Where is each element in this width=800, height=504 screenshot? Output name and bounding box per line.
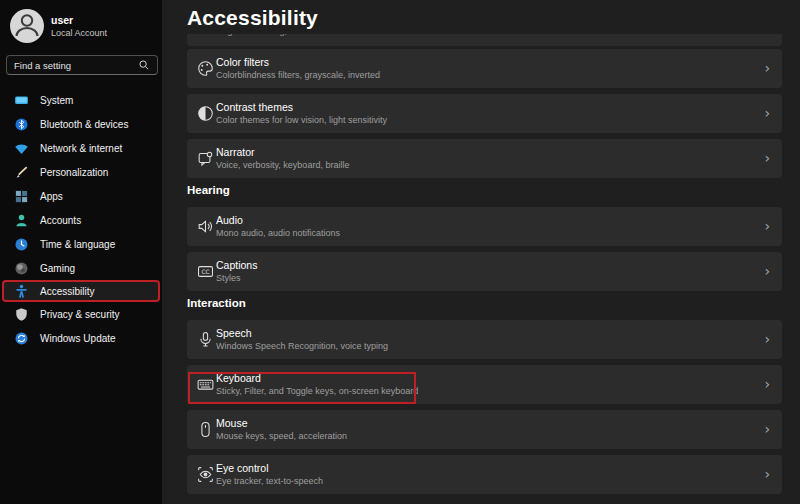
- setting-title: Audio: [216, 214, 243, 226]
- sidebar-item-label: Network & internet: [40, 143, 122, 154]
- setting-row-color-filters[interactable]: Color filtersColorblindness filters, gra…: [187, 49, 782, 88]
- setting-title: Captions: [216, 259, 257, 271]
- setting-title: Color filters: [216, 56, 269, 68]
- keyboard-icon: [196, 375, 215, 394]
- chevron-right-icon: ›: [764, 149, 770, 165]
- setting-title: Keyboard: [216, 372, 261, 384]
- system-icon: [14, 93, 29, 108]
- setting-title: Contrast themes: [216, 101, 293, 113]
- sidebar-nav: SystemBluetooth & devicesNetwork & inter…: [0, 88, 162, 350]
- setting-subtitle: Voice, verbosity, keyboard, braille: [216, 160, 349, 170]
- narrator-icon: [196, 149, 215, 168]
- mouse-icon: [196, 420, 215, 439]
- search-input[interactable]: Find a setting: [6, 55, 158, 75]
- bluetooth-icon: [14, 117, 29, 132]
- sidebar-item-label: System: [40, 95, 73, 106]
- sidebar-item-label: Accounts: [40, 215, 81, 226]
- settings-group: HearingAudioMono audio, audio notificati…: [162, 184, 800, 291]
- setting-subtitle: Colorblindness filters, grayscale, inver…: [216, 70, 380, 80]
- sidebar-item-gaming[interactable]: Gaming: [2, 256, 160, 280]
- chevron-right-icon: ›: [764, 59, 770, 75]
- speech-icon: [196, 330, 215, 349]
- sidebar-item-apps[interactable]: Apps: [2, 184, 160, 208]
- sidebar-item-accessibility[interactable]: Accessibility: [2, 280, 160, 302]
- section-header-hearing: Hearing: [187, 184, 782, 198]
- setting-row-contrast-themes[interactable]: Contrast themesColor themes for low visi…: [187, 94, 782, 133]
- gaming-icon: [14, 261, 29, 276]
- main-content: Accessibility Magnifier reading, zoom in…: [162, 0, 800, 504]
- sidebar-item-personalization[interactable]: Personalization: [2, 160, 160, 184]
- chevron-right-icon: ›: [764, 104, 770, 120]
- setting-subtitle: Mouse keys, speed, acceleration: [216, 431, 347, 441]
- svg-text:CC: CC: [201, 269, 209, 275]
- time-language-icon: [14, 237, 29, 252]
- chevron-right-icon: ›: [764, 262, 770, 278]
- chevron-right-icon: ›: [764, 217, 770, 233]
- chevron-right-icon: ›: [764, 375, 770, 391]
- sidebar-item-time-language[interactable]: Time & language: [2, 232, 160, 256]
- setting-title: Mouse: [216, 417, 248, 429]
- sidebar-item-system[interactable]: System: [2, 88, 160, 112]
- sidebar-item-accounts[interactable]: Accounts: [2, 208, 160, 232]
- clipped-row-subtitle: Magnifier reading, zoom increment: [215, 34, 354, 37]
- search-icon: [138, 59, 150, 71]
- settings-group: Color filtersColorblindness filters, gra…: [162, 49, 800, 178]
- setting-subtitle: Sticky, Filter, and Toggle keys, on-scre…: [216, 386, 418, 396]
- setting-row-captions[interactable]: CCCaptionsStyles›: [187, 252, 782, 291]
- settings-group: InteractionSpeechWindows Speech Recognit…: [162, 297, 800, 494]
- sidebar-item-label: Privacy & security: [40, 309, 119, 320]
- setting-title: Speech: [216, 327, 252, 339]
- chevron-right-icon: ›: [764, 330, 770, 346]
- section-header-interaction: Interaction: [187, 297, 782, 311]
- setting-subtitle: Styles: [216, 273, 241, 283]
- partially-scrolled-row[interactable]: Magnifier reading, zoom increment: [187, 34, 782, 46]
- windows-update-icon: [14, 331, 29, 346]
- setting-title: Narrator: [216, 146, 255, 158]
- sidebar-item-privacy-security[interactable]: Privacy & security: [2, 302, 160, 326]
- sidebar-item-label: Gaming: [40, 263, 75, 274]
- accessibility-icon: [14, 284, 29, 299]
- audio-icon: [196, 217, 215, 236]
- network-icon: [14, 141, 29, 156]
- sidebar-item-label: Accessibility: [40, 286, 94, 297]
- setting-subtitle: Eye tracker, text-to-speech: [216, 476, 323, 486]
- setting-row-audio[interactable]: AudioMono audio, audio notifications›: [187, 207, 782, 246]
- color-filters-icon: [196, 59, 215, 78]
- personalization-icon: [14, 165, 29, 180]
- setting-subtitle: Mono audio, audio notifications: [216, 228, 340, 238]
- sidebar-item-network-internet[interactable]: Network & internet: [2, 136, 160, 160]
- setting-subtitle: Color themes for low vision, light sensi…: [216, 115, 387, 125]
- user-profile[interactable]: user Local Account: [10, 9, 107, 43]
- chevron-right-icon: ›: [764, 420, 770, 436]
- sidebar-item-windows-update[interactable]: Windows Update: [2, 326, 160, 350]
- captions-icon: CC: [196, 262, 215, 281]
- setting-row-speech[interactable]: SpeechWindows Speech Recognition, voice …: [187, 320, 782, 359]
- sidebar-item-label: Time & language: [40, 239, 115, 250]
- sidebar-item-bluetooth-devices[interactable]: Bluetooth & devices: [2, 112, 160, 136]
- avatar: [10, 9, 44, 43]
- privacy-icon: [14, 307, 29, 322]
- contrast-themes-icon: [196, 104, 215, 123]
- setting-title: Eye control: [216, 462, 269, 474]
- setting-row-narrator[interactable]: NarratorVoice, verbosity, keyboard, brai…: [187, 139, 782, 178]
- eye-control-icon: [196, 465, 215, 484]
- sidebar-item-label: Bluetooth & devices: [40, 119, 128, 130]
- setting-row-eye-control[interactable]: Eye controlEye tracker, text-to-speech›: [187, 455, 782, 494]
- setting-row-keyboard[interactable]: KeyboardSticky, Filter, and Toggle keys,…: [187, 365, 782, 404]
- settings-window: user Local Account Find a setting System…: [0, 0, 800, 504]
- sidebar-item-label: Apps: [40, 191, 63, 202]
- user-name: user: [51, 14, 107, 27]
- sidebar: user Local Account Find a setting System…: [0, 0, 162, 504]
- account-type: Local Account: [51, 27, 107, 39]
- person-icon: [10, 9, 44, 43]
- accounts-icon: [14, 213, 29, 228]
- chevron-right-icon: ›: [764, 465, 770, 481]
- apps-icon: [14, 189, 29, 204]
- search-placeholder: Find a setting: [14, 60, 138, 71]
- sidebar-item-label: Personalization: [40, 167, 108, 178]
- setting-row-mouse[interactable]: MouseMouse keys, speed, acceleration›: [187, 410, 782, 449]
- page-title: Accessibility: [187, 5, 800, 31]
- sidebar-item-label: Windows Update: [40, 333, 116, 344]
- setting-subtitle: Windows Speech Recognition, voice typing: [216, 341, 388, 351]
